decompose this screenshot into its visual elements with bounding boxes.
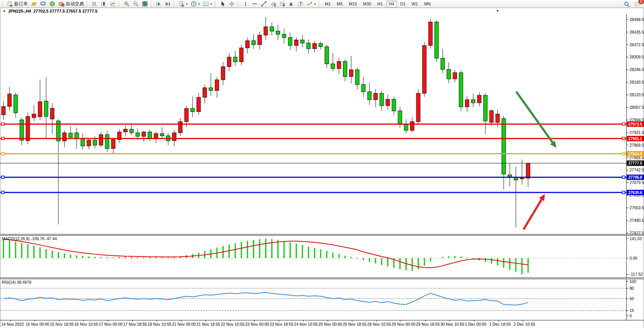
fibonacci-button[interactable]: F — [278, 0, 287, 8]
bar-chart-button[interactable] — [90, 0, 99, 8]
macd-pane[interactable]: 141.030.00-117.52 MACD(12,26,9) -105.76 … — [0, 236, 644, 278]
timeframe-h4-button[interactable]: H4 — [386, 1, 397, 7]
horizontal-line-button[interactable] — [250, 0, 259, 8]
template-button[interactable]: ▾ — [201, 0, 214, 8]
toolbar-grip[interactable] — [87, 1, 88, 7]
svg-text:27679.5: 27679.5 — [630, 180, 644, 185]
svg-text:-117.52: -117.52 — [630, 272, 643, 276]
candle-chart-button[interactable] — [99, 0, 108, 8]
svg-text:28246.5: 28246.5 — [630, 67, 644, 72]
timeframe-mn-button[interactable]: MN — [421, 1, 433, 7]
toolbar-grip[interactable] — [119, 1, 120, 7]
time-label: 16 Nov 10:55 — [74, 322, 98, 326]
zoom-in-button[interactable] — [122, 0, 131, 8]
svg-text:27824.9: 27824.9 — [628, 152, 642, 156]
svg-text:F: F — [283, 3, 285, 7]
signals-button[interactable] — [48, 0, 57, 8]
time-label: 17 Nov 18:55 — [123, 322, 147, 326]
history-button[interactable] — [29, 0, 39, 8]
toolbar-grip[interactable] — [318, 1, 320, 7]
svg-text:80: 80 — [630, 286, 634, 291]
market-watch-button[interactable] — [39, 0, 48, 8]
crosshair-button[interactable] — [227, 0, 236, 8]
notifications-button[interactable]: 1 — [633, 0, 642, 8]
timeframe-m30-button[interactable]: M30 — [360, 1, 374, 7]
channel-button[interactable]: E — [268, 0, 278, 8]
cursor-button[interactable] — [218, 0, 227, 8]
time-label: 22 Nov 10:55 — [221, 322, 244, 326]
template-icon — [203, 1, 209, 7]
svg-text:27931.5: 27931.5 — [630, 130, 644, 135]
time-tick — [425, 320, 426, 322]
auto-trading-icon — [58, 1, 64, 7]
candlestick-chart[interactable]: 28498.528435.528372.528309.528246.528183… — [0, 14, 644, 234]
time-tick — [498, 320, 499, 322]
timeframe-w1-button[interactable]: W1 — [409, 1, 421, 7]
svg-text:27973.5: 27973.5 — [628, 122, 642, 126]
time-tick — [206, 320, 206, 322]
rsi-pane[interactable]: 1008050150 RSI(14) 38.4979 — [0, 279, 644, 320]
toolbar-grip[interactable] — [238, 1, 239, 7]
svg-text:28435.5: 28435.5 — [630, 30, 644, 34]
bar-chart-icon — [92, 1, 98, 7]
period-button[interactable]: ▾ — [189, 0, 201, 8]
svg-text:E: E — [274, 3, 276, 7]
zoom-out-button[interactable] — [131, 0, 140, 8]
chart-menu-triangle-icon[interactable]: ▼ — [3, 10, 6, 13]
search-icon — [624, 1, 630, 7]
svg-text:27742.5: 27742.5 — [630, 168, 644, 172]
time-label: 1 Dec 00:00 — [465, 322, 487, 326]
time-tick — [352, 320, 352, 322]
line-chart-button[interactable] — [108, 0, 117, 8]
new-chart-button[interactable]: ▾ — [177, 0, 189, 8]
toolbar-grip[interactable] — [151, 1, 153, 7]
toolbar-grip[interactable] — [2, 1, 4, 7]
history-icon — [31, 1, 37, 7]
timeframe-m15-button[interactable]: M15 — [346, 1, 360, 7]
shapes-button[interactable]: ▾ — [305, 0, 317, 8]
timeframe-m5-button[interactable]: M5 — [334, 1, 345, 7]
macd-chart[interactable]: 141.030.00-117.52 — [0, 236, 644, 278]
trendline-button[interactable] — [259, 0, 268, 8]
vertical-line-button[interactable] — [241, 0, 250, 8]
toolbar-grip[interactable] — [215, 1, 217, 7]
time-tick — [328, 320, 328, 322]
svg-text:27901.1: 27901.1 — [628, 137, 642, 141]
chart-shift-button[interactable] — [163, 0, 172, 8]
svg-text:27427.5: 27427.5 — [630, 231, 644, 234]
auto-scroll-icon — [156, 1, 162, 7]
dropdown-caret-icon: ▾ — [198, 2, 200, 6]
svg-text:T: T — [300, 2, 302, 6]
text-button[interactable]: A — [287, 0, 296, 8]
new-order-icon — [7, 1, 13, 7]
toolbar-grip[interactable] — [173, 1, 175, 7]
dropdown-caret-icon: ▾ — [186, 2, 188, 6]
time-axis[interactable]: 14 Nov 202215 Nov 00:0015 Nov 18:5516 No… — [0, 320, 644, 328]
new-chart-icon — [178, 1, 185, 7]
time-label: 29 Nov 18:55 — [416, 322, 440, 326]
auto-trading-button[interactable]: 自动交易 — [57, 0, 85, 8]
timeframe-d1-button[interactable]: D1 — [398, 1, 408, 7]
timeframe-h1-button[interactable]: H1 — [374, 1, 385, 7]
chart-title-row: ▼ JPN225-,H4 27702.5 27777.5 27657.5 277… — [0, 8, 644, 14]
chart-shift-marker-icon[interactable]: ▼ — [496, 9, 499, 13]
svg-text:27706.8: 27706.8 — [628, 175, 642, 179]
tile-windows-button[interactable] — [140, 0, 149, 8]
vertical-line-icon — [243, 1, 249, 7]
dropdown-caret-icon: ▾ — [314, 2, 316, 6]
rsi-chart[interactable]: 1008050150 — [0, 279, 644, 320]
cursor-icon — [220, 1, 226, 7]
search-button[interactable] — [622, 0, 631, 8]
label-button[interactable]: T — [296, 0, 305, 8]
timeframe-m1-button[interactable]: M1 — [322, 1, 333, 7]
time-tick — [450, 320, 450, 322]
new-order-button[interactable]: 新订单 — [5, 0, 29, 8]
label-icon: T — [297, 1, 304, 7]
main-chart-pane[interactable]: 28498.528435.528372.528309.528246.528183… — [0, 14, 644, 234]
time-tick — [230, 320, 230, 322]
new-order-label: 新订单 — [14, 1, 28, 7]
market-watch-icon — [40, 1, 46, 7]
shapes-arrows-icon — [307, 1, 313, 7]
time-label: 29 Nov 00:00 — [392, 322, 415, 326]
auto-scroll-button[interactable] — [154, 0, 163, 8]
